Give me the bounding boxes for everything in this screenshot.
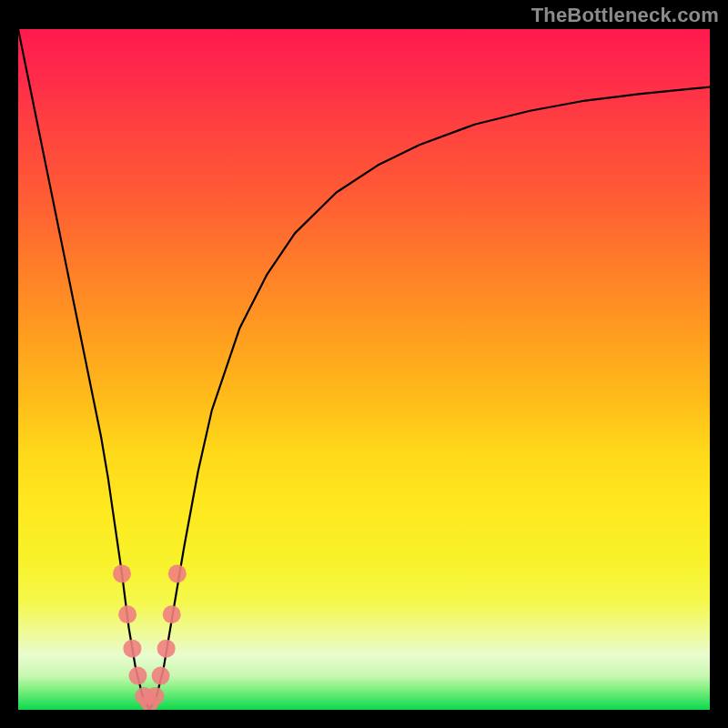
plot-area — [18, 29, 710, 710]
marker-dot — [163, 605, 181, 623]
watermark-text: TheBottleneck.com — [531, 4, 719, 27]
marker-dot — [146, 687, 164, 705]
marker-dot — [118, 605, 136, 623]
marker-dot — [157, 640, 176, 658]
marker-dot — [152, 667, 170, 685]
marker-dot — [128, 667, 147, 685]
marker-dot — [168, 564, 187, 582]
marker-dot — [123, 640, 141, 658]
marker-dot — [113, 564, 131, 582]
plot-svg — [18, 29, 710, 710]
chart-frame: TheBottleneck.com — [0, 0, 728, 728]
